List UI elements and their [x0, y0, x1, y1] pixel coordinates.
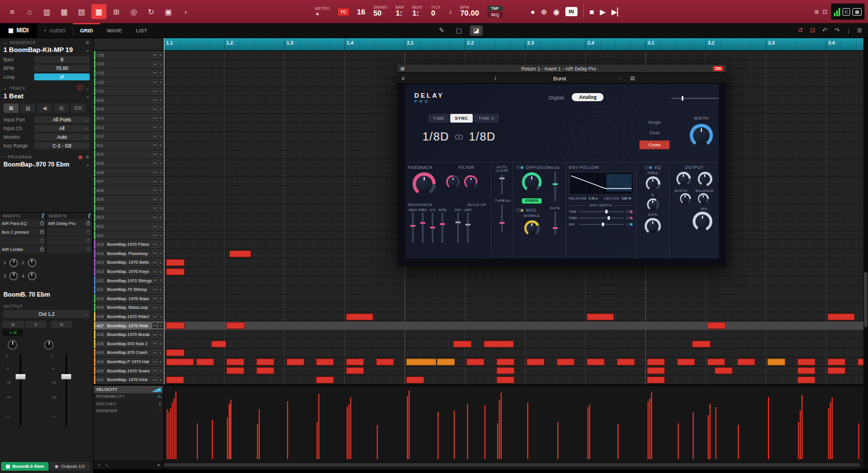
pad-solo-button[interactable]: S — [158, 260, 163, 265]
plugin-menu-icon[interactable]: ≡ — [402, 75, 405, 82]
velocity-bar[interactable] — [693, 412, 694, 459]
monitor-select[interactable]: Auto⌄ — [34, 134, 90, 141]
record-arm-icon[interactable] — [78, 85, 83, 90]
pad-mute-button[interactable]: M — [152, 232, 157, 238]
rate-slider[interactable]: RATE — [437, 208, 447, 243]
velocity-bar[interactable] — [167, 409, 168, 459]
env-mix-toggle[interactable] — [626, 223, 633, 226]
tick-value[interactable]: 0 — [431, 9, 435, 17]
pad-solo-button[interactable]: S — [158, 287, 163, 293]
volume-fader-1[interactable]: 0-6-12-20-∞ — [1, 353, 47, 427]
track-row-A16[interactable]: A16BoomBap.1970 PianoMS — [94, 240, 164, 249]
slider-handle[interactable] — [682, 96, 683, 101]
analog-mode-button[interactable]: Analog — [572, 93, 604, 101]
mute-button[interactable]: M — [51, 321, 72, 328]
chevron-down-icon[interactable]: ⌄ — [3, 86, 8, 91]
midi-note[interactable] — [196, 359, 214, 365]
velocity-bar[interactable] — [768, 397, 769, 459]
mod-toggle[interactable] — [516, 208, 524, 212]
velocity-bar[interactable] — [168, 412, 170, 459]
pad-solo-button[interactable]: S — [158, 134, 163, 139]
pad-solo-button[interactable]: S — [158, 232, 163, 238]
velocity-bar[interactable] — [172, 402, 173, 459]
pad-solo-button[interactable]: S — [158, 205, 163, 211]
stereo-badge[interactable]: STEREO — [522, 198, 542, 204]
thresh-slider[interactable] — [501, 205, 503, 232]
pad-solo-button[interactable]: S — [158, 160, 163, 166]
fader-handle[interactable] — [16, 374, 25, 379]
feedback-knob[interactable] — [413, 172, 436, 195]
velocity-bar[interactable] — [317, 422, 318, 459]
midi-note[interactable] — [166, 259, 185, 266]
pad-mute-button[interactable]: M — [152, 305, 157, 311]
wave-toggle-icon[interactable]: ∿ — [105, 463, 109, 468]
midi-note[interactable] — [346, 367, 364, 374]
tap-tempo-button[interactable]: TAP — [487, 6, 503, 11]
play-start-button[interactable]: ▶▏ — [612, 8, 623, 16]
chevron-down-icon[interactable]: ⌄ — [86, 162, 90, 167]
midi-note[interactable] — [466, 359, 484, 365]
velocity-bar[interactable] — [170, 408, 171, 459]
program-menu-icon[interactable]: ≣ — [85, 154, 90, 160]
track-row-B11[interactable]: B11MS — [94, 141, 164, 150]
track-row-B04[interactable]: B04MS — [94, 204, 164, 213]
step-sequencer-icon[interactable]: ▦ — [91, 4, 106, 19]
record-arm-badge[interactable]: ∿ R — [2, 330, 23, 336]
track-row-C02[interactable]: C02MS — [94, 78, 164, 87]
pad-solo-button[interactable]: S — [158, 323, 163, 328]
midi-note[interactable] — [406, 359, 436, 365]
track-row-A02[interactable]: A02BoomBap.1970 SnareMS — [94, 367, 164, 376]
eq-freq-knob[interactable] — [646, 176, 660, 191]
time-tab[interactable]: TIME — [428, 114, 449, 123]
pad-mute-button[interactable]: M — [152, 341, 157, 346]
pad-solo-button[interactable]: S — [158, 377, 163, 383]
track-row-A12[interactable]: A12BoomBap.1970 StringsMS — [94, 276, 164, 286]
track-row-A03[interactable]: A03BoomBap.P 1970 HatMS — [94, 357, 164, 367]
metronome-icon[interactable]: ▲ — [315, 11, 320, 17]
track-row-C05[interactable]: C05MS — [94, 51, 164, 60]
scrollbar-handle[interactable] — [164, 463, 860, 467]
spin-down-icon[interactable]: ▾ — [495, 78, 496, 80]
velocity-bar[interactable] — [708, 415, 709, 459]
play-button[interactable]: ▶ — [600, 8, 606, 16]
pad-solo-button[interactable]: S — [158, 179, 163, 184]
midi-note[interactable] — [827, 359, 845, 365]
pad-solo-button[interactable]: S — [158, 97, 163, 103]
pad-solo-button[interactable]: S — [158, 215, 163, 220]
velocity-bar[interactable] — [800, 411, 801, 459]
velocity-bar[interactable] — [454, 411, 455, 459]
pad-mute-button[interactable]: M — [152, 61, 157, 67]
pad-solo-button[interactable]: S — [158, 106, 163, 112]
swing-value[interactable]: 50 — [373, 9, 381, 17]
auto-clear-slider[interactable] — [501, 175, 503, 194]
track-type-plugin-icon[interactable]: ◎ — [54, 104, 69, 113]
velocity-bar[interactable] — [230, 405, 231, 459]
velocity-bar[interactable] — [709, 404, 711, 459]
character-slider[interactable] — [671, 98, 719, 99]
env-follow-graph[interactable] — [569, 172, 634, 195]
velocity-bar[interactable] — [437, 412, 439, 459]
fader-handle[interactable] — [61, 374, 71, 379]
channel-mixer-icon[interactable]: ▥ — [39, 4, 54, 19]
midi-note[interactable] — [797, 359, 815, 365]
track-type-cv-icon[interactable]: CV — [71, 104, 86, 113]
tab-add-audio[interactable]: + AUDIO — [37, 28, 73, 34]
output-select[interactable]: Out 1,2 ⌄ — [3, 310, 90, 318]
pan-knob-2[interactable] — [44, 340, 54, 350]
env-time-slider[interactable] — [579, 211, 624, 212]
velocity-bar[interactable] — [587, 407, 589, 459]
time-correct-badge[interactable]: TC — [338, 8, 349, 16]
pad-solo-button[interactable]: S — [158, 332, 163, 338]
velocity-bar[interactable] — [227, 417, 228, 459]
tuner-icon[interactable]: ♪ — [449, 8, 453, 15]
midi-note[interactable] — [166, 349, 185, 356]
plugin-window-air-delay-pro[interactable]: ▦ Return 1 - Insert 1 - AIR Delay Pro ON… — [398, 65, 726, 266]
freq-slider[interactable]: FREQ — [418, 208, 428, 243]
midi-note[interactable] — [647, 376, 665, 383]
pan-knob-1[interactable] — [8, 340, 17, 350]
midi-note[interactable] — [797, 376, 815, 383]
horizontal-scrollbar[interactable] — [164, 460, 863, 470]
wave-toggle-icon[interactable]: ∿ — [97, 463, 101, 468]
time-correct-value[interactable]: 16 — [357, 8, 365, 16]
pad-mixer-icon[interactable]: ▦ — [57, 4, 72, 19]
